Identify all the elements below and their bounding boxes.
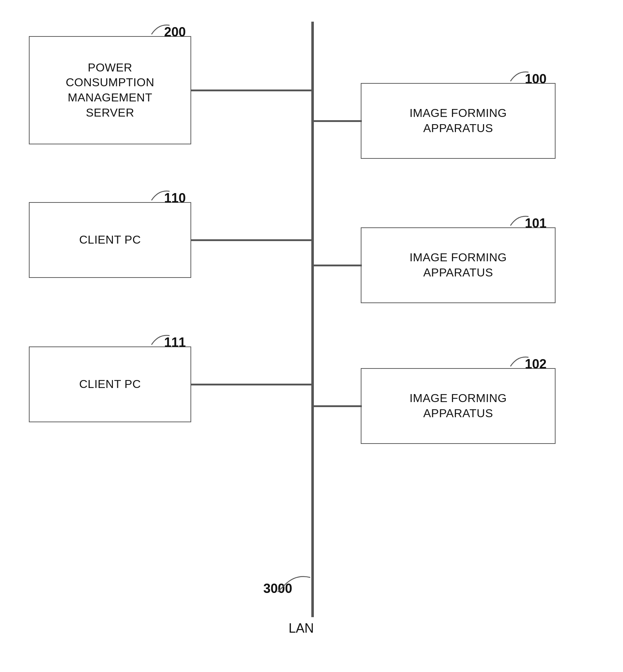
diagram-container: POWER CONSUMPTION MANAGEMENT SERVER 200 … (0, 0, 623, 672)
image2-label: IMAGE FORMING APPARATUS (409, 250, 507, 280)
client1-box: CLIENT PC (29, 202, 191, 278)
client1-connector (191, 239, 313, 241)
client2-ref-arrow (144, 332, 180, 354)
client2-label: CLIENT PC (79, 377, 141, 392)
server-box: POWER CONSUMPTION MANAGEMENT SERVER (29, 36, 191, 144)
lan-vertical-line (311, 22, 314, 617)
server-ref-arrow (144, 22, 180, 43)
image1-ref-arrow (503, 69, 539, 90)
client2-connector (191, 384, 313, 385)
image1-connector (312, 120, 362, 122)
client2-box: CLIENT PC (29, 346, 191, 422)
server-label: POWER CONSUMPTION MANAGEMENT SERVER (66, 60, 154, 120)
client1-label: CLIENT PC (79, 232, 141, 248)
image3-connector (312, 405, 362, 407)
image2-box: IMAGE FORMING APPARATUS (361, 227, 556, 303)
image2-ref-arrow (503, 213, 539, 235)
image1-box: IMAGE FORMING APPARATUS (361, 83, 556, 159)
image3-box: IMAGE FORMING APPARATUS (361, 368, 556, 444)
image3-label: IMAGE FORMING APPARATUS (409, 391, 507, 421)
client1-ref-arrow (144, 188, 180, 209)
lan-ref-arrow (274, 574, 317, 595)
image3-ref-arrow (503, 354, 539, 375)
image2-connector (312, 265, 362, 266)
svg-line-0 (278, 585, 285, 592)
server-connector (191, 90, 313, 91)
image1-label: IMAGE FORMING APPARATUS (409, 106, 507, 136)
lan-label: LAN (289, 621, 314, 636)
